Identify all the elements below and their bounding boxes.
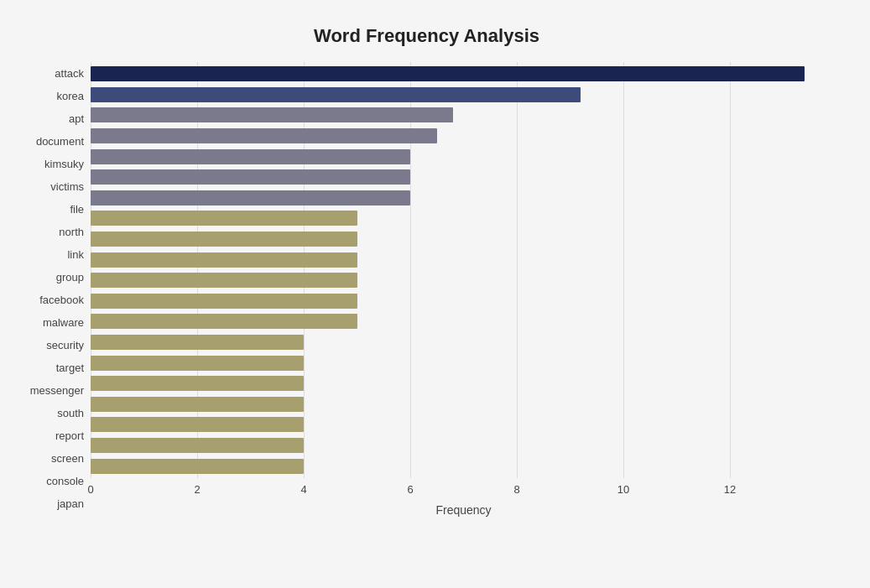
bar-row-south (91, 374, 836, 393)
chart-title: Word Frequency Analysis (17, 17, 836, 47)
bar-row-file (91, 188, 836, 207)
x-axis-labels: 024681012 (91, 483, 836, 500)
bar-row-target (91, 333, 836, 352)
chart-container: Word Frequency Analysis attackkoreaaptdo… (0, 0, 870, 588)
bar-row-group (91, 250, 836, 269)
bar-row-security (91, 312, 836, 331)
x-tick-label: 4 (300, 483, 306, 496)
bar-row-apt (91, 106, 836, 125)
bar-row-link (91, 230, 836, 249)
x-tick-label: 12 (724, 483, 736, 496)
y-label-japan: japan (17, 492, 91, 515)
bar-security (91, 314, 357, 329)
bar-row-kimsuky (91, 147, 836, 166)
y-label-target: target (17, 356, 91, 379)
y-label-screen: screen (17, 447, 91, 470)
bar-row-messenger (91, 353, 836, 372)
chart-area: attackkoreaaptdocumentkimsukyvictimsfile… (17, 62, 836, 507)
bar-malware (91, 294, 357, 309)
bar-south (91, 376, 304, 391)
bars-list (91, 62, 836, 478)
bars-and-grid: 024681012 Frequency (91, 62, 836, 517)
y-label-group: group (17, 266, 91, 289)
y-label-messenger: messenger (17, 379, 91, 402)
y-label-document: document (17, 130, 91, 153)
bar-screen (91, 417, 304, 432)
bar-console (91, 438, 304, 453)
bar-row-report (91, 394, 836, 414)
y-label-attack: attack (17, 62, 91, 85)
bar-row-screen (91, 415, 836, 434)
bar-facebook (91, 273, 357, 288)
bar-korea (91, 87, 581, 102)
x-tick-label: 6 (407, 483, 413, 496)
grid-and-bars (91, 62, 836, 478)
bar-north (91, 211, 357, 226)
bar-group (91, 252, 357, 268)
bars-section: attackkoreaaptdocumentkimsukyvictimsfile… (17, 62, 836, 517)
bar-victims (91, 169, 410, 185)
y-label-kimsuky: kimsuky (17, 153, 91, 175)
bar-row-document (91, 127, 836, 146)
bar-document (91, 128, 437, 143)
bar-apt (91, 107, 453, 122)
bar-row-japan (91, 456, 836, 476)
y-label-facebook: facebook (17, 289, 91, 311)
bar-report (91, 397, 304, 412)
y-label-console: console (17, 470, 91, 492)
y-label-korea: korea (17, 85, 91, 107)
bar-target (91, 335, 304, 350)
y-label-north: north (17, 221, 91, 243)
y-label-malware: malware (17, 311, 91, 334)
bar-row-korea (91, 85, 836, 104)
y-label-south: south (17, 402, 91, 424)
bar-kimsuky (91, 149, 410, 164)
y-label-security: security (17, 334, 91, 356)
x-axis-title: Frequency (91, 503, 836, 517)
bar-row-console (91, 435, 836, 455)
bar-row-malware (91, 291, 836, 310)
bar-japan (91, 459, 304, 474)
y-label-link: link (17, 243, 91, 266)
bar-attack (91, 66, 805, 81)
bar-row-attack (91, 65, 836, 84)
y-label-victims: victims (17, 175, 91, 198)
y-label-apt: apt (17, 107, 91, 130)
bar-row-victims (91, 168, 836, 187)
y-labels: attackkoreaaptdocumentkimsukyvictimsfile… (17, 62, 91, 517)
bar-row-north (91, 209, 836, 228)
bar-messenger (91, 356, 304, 371)
x-tick-label: 2 (194, 483, 200, 496)
bar-row-facebook (91, 271, 836, 290)
bar-link (91, 232, 357, 247)
x-tick-label: 8 (513, 483, 519, 496)
bar-file (91, 190, 410, 206)
x-tick-label: 10 (617, 483, 629, 496)
y-label-file: file (17, 198, 91, 221)
x-tick-label: 0 (87, 483, 93, 496)
y-label-report: report (17, 424, 91, 447)
